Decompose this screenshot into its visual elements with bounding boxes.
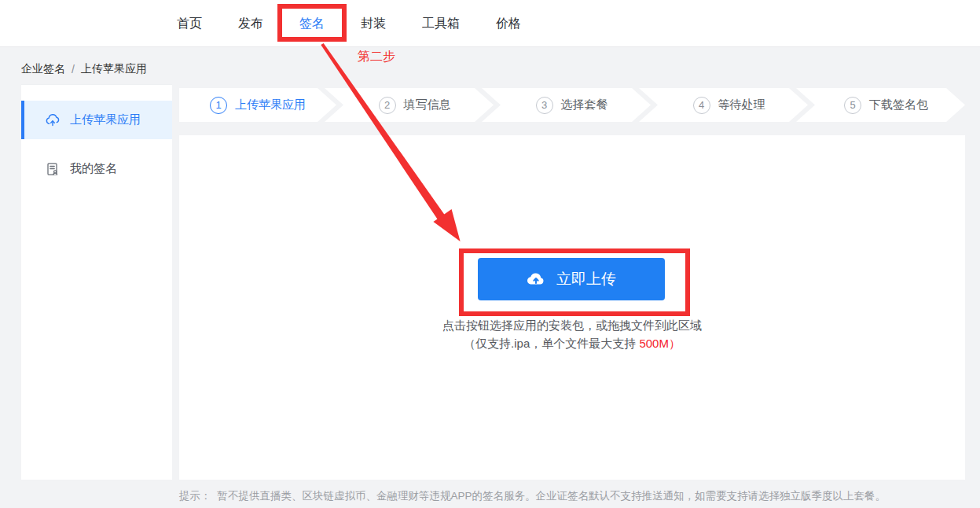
signature-doc-icon (45, 161, 61, 177)
sidebar: 上传苹果应用 我的签名 (21, 84, 172, 480)
step-5-number: 5 (844, 97, 861, 114)
step-3-label: 选择套餐 (561, 98, 608, 112)
nav-item-toolbox[interactable]: 工具箱 (422, 16, 460, 32)
footer-tip: 提示：暂不提供直播类、区块链虚拟币、金融理财等违规APP的签名服务。企业证签名默… (179, 489, 973, 503)
step-4-label: 等待处理 (718, 98, 765, 112)
step-4-number: 4 (693, 97, 710, 114)
top-header: 首页 发布 签名 封装 工具箱 价格 (0, 0, 980, 47)
upload-hint-line1: 点击按钮选择应用的安装包，或拖拽文件到此区域 (179, 318, 965, 333)
footer-tip-text: 暂不提供直播类、区块链虚拟币、金融理财等违规APP的签名服务。企业证签名默认不支… (218, 490, 886, 502)
steps-bar: 1 上传苹果应用 2 填写信息 3 选择套餐 4 等待处理 5 下载签名包 (179, 88, 965, 122)
nav-item-sign-label: 签名 (299, 17, 325, 30)
sidebar-item-upload-apple-app[interactable]: 上传苹果应用 (21, 101, 172, 139)
step-1-label: 上传苹果应用 (235, 98, 306, 112)
breadcrumb: 企业签名 / 上传苹果应用 (21, 62, 147, 76)
step-1-upload-app: 1 上传苹果应用 (179, 88, 336, 122)
annotation-step2-label: 第二步 (358, 49, 395, 65)
active-tab-underline (293, 37, 331, 39)
nav-item-home[interactable]: 首页 (177, 16, 202, 32)
upload-dropzone[interactable]: 立即上传 点击按钮选择应用的安装包，或拖拽文件到此区域 （仅支持.ipa，单个文… (179, 135, 965, 480)
main-nav: 首页 发布 签名 封装 工具箱 价格 (177, 0, 521, 47)
step-1-number: 1 (210, 97, 227, 114)
upload-hint-line2-prefix: （仅支持.ipa，单个文件最大支持 (464, 337, 639, 350)
step-3-choose-plan: 3 选择套餐 (482, 88, 651, 122)
nav-item-publish[interactable]: 发布 (238, 16, 263, 32)
step-5-label: 下载签名包 (869, 98, 928, 112)
step-3-number: 3 (536, 97, 553, 114)
step-4-wait-process: 4 等待处理 (639, 88, 808, 122)
nav-item-price[interactable]: 价格 (496, 16, 521, 32)
step-5-download-package: 5 下载签名包 (796, 88, 965, 122)
sidebar-item-label: 上传苹果应用 (70, 112, 141, 127)
breadcrumb-upload-app: 上传苹果应用 (81, 62, 147, 76)
sidebar-item-my-signatures[interactable]: 我的签名 (21, 149, 172, 188)
cloud-upload-filled-icon (527, 270, 545, 289)
step-2-number: 2 (379, 97, 396, 114)
upload-now-button[interactable]: 立即上传 (478, 258, 665, 300)
step-2-label: 填写信息 (404, 98, 451, 112)
nav-item-package[interactable]: 封装 (361, 16, 386, 32)
step-2-fill-info: 2 填写信息 (325, 88, 494, 122)
breadcrumb-separator: / (72, 63, 75, 75)
upload-size-limit: 500M） (639, 337, 681, 350)
upload-now-button-label: 立即上传 (556, 269, 616, 289)
upload-hint-line2: （仅支持.ipa，单个文件最大支持 500M） (179, 337, 965, 352)
cloud-upload-icon (45, 112, 61, 128)
footer-tip-label: 提示： (179, 490, 211, 502)
sidebar-item-label: 我的签名 (70, 161, 117, 176)
nav-item-sign[interactable]: 签名 (299, 16, 325, 32)
breadcrumb-enterprise-sign[interactable]: 企业签名 (21, 62, 65, 76)
